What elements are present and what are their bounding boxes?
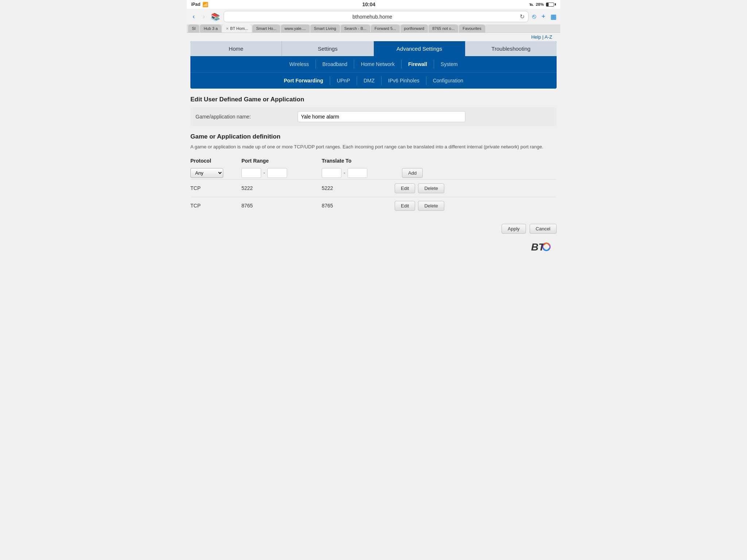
table-row: TCP 8765 8765 Edit Delete [190, 197, 557, 214]
definition-description: A game or application is made up of one … [190, 143, 557, 151]
subsub-nav-dmz[interactable]: DMZ [357, 76, 382, 85]
tab-8765noto[interactable]: 8765 not o... [429, 24, 458, 32]
tab-portforward[interactable]: portforward [400, 24, 428, 32]
top-nav-troubleshooting[interactable]: Troubleshooting [465, 41, 557, 56]
subsub-nav-portforwarding[interactable]: Port Forwarding [277, 76, 330, 85]
bottom-actions: Apply Cancel [190, 220, 557, 234]
sub-nav-broadband[interactable]: Broadband [316, 60, 355, 69]
apply-button[interactable]: Apply [502, 224, 526, 234]
tab-smho[interactable]: Smart Ho... [252, 24, 280, 32]
subsub-nav-upnp[interactable]: UPnP [330, 76, 357, 85]
port-separator-2: - [341, 170, 348, 176]
share-button[interactable]: ⎋ [532, 13, 536, 20]
translate-from-input[interactable] [322, 168, 341, 178]
edit-section-title: Edit User Defined Game or Application [190, 96, 557, 103]
nav-panel: Home Settings Advanced Settings Troubles… [190, 41, 557, 89]
bluetooth-icon: ℡ [529, 2, 534, 7]
tab-si[interactable]: SI [188, 24, 199, 32]
top-nav: Home Settings Advanced Settings Troubles… [190, 41, 557, 56]
row2-actions: Edit Delete [395, 201, 557, 211]
subsub-nav-configuration[interactable]: Configuration [426, 76, 470, 85]
row2-delete-button[interactable]: Delete [418, 201, 444, 211]
browser-chrome: ‹ › 📚 bthomehub.home ↻ ⎋ + ▦ SI Hub 3 a … [187, 9, 560, 33]
subsub-nav-ipv6pinholes[interactable]: IPv6 Pinholes [382, 76, 426, 85]
top-nav-settings[interactable]: Settings [282, 41, 374, 56]
top-nav-advanced[interactable]: Advanced Settings [374, 41, 465, 56]
clock: 10:04 [362, 1, 375, 7]
game-name-label: Game/application name: [196, 114, 298, 120]
top-nav-home[interactable]: Home [190, 41, 282, 56]
port-range-inputs: - [241, 168, 322, 178]
row1-delete-button[interactable]: Delete [418, 183, 444, 193]
sub-nav-firewall[interactable]: Firewall [402, 60, 434, 69]
header-portrange: Port Range [241, 158, 322, 164]
port-separator-1: - [261, 170, 267, 176]
address-bar: bthomehub.home ↻ [224, 11, 529, 22]
tab-wwwyale[interactable]: www.yale.... [281, 24, 310, 32]
svg-text:BT: BT [531, 241, 546, 253]
definition-title: Game or Application definition [190, 133, 557, 140]
add-action: Add [395, 168, 557, 178]
new-tab-button[interactable]: + [541, 13, 545, 20]
status-right: ℡ 28% [529, 2, 556, 7]
game-name-input[interactable] [298, 111, 465, 122]
sub-nav-system[interactable]: System [434, 60, 464, 69]
wifi-icon: 📶 [202, 2, 208, 7]
tab-favourites[interactable]: Favourites [459, 24, 485, 32]
cancel-button[interactable]: Cancel [530, 224, 557, 234]
row2-portrange: 8765 [241, 203, 322, 209]
reload-button[interactable]: ↻ [520, 13, 525, 20]
battery-percent: 28% [536, 2, 544, 7]
back-button[interactable]: ‹ [190, 12, 197, 21]
tabs-overview-button[interactable]: ▦ [550, 13, 557, 21]
tab-close-icon[interactable]: ✕ [226, 27, 229, 31]
add-row: Any TCP UDP TCP/UDP - - A [190, 167, 557, 179]
help-bar: Help | A-Z [190, 33, 557, 41]
port-range-from-input[interactable] [241, 168, 261, 178]
sub-nav: Wireless Broadband Home Network Firewall… [190, 56, 557, 73]
tab-forward5[interactable]: Forward 5... [371, 24, 400, 32]
tab-hub3a[interactable]: Hub 3 a [200, 24, 221, 32]
forward-button[interactable]: › [201, 12, 207, 21]
port-table: Protocol Port Range Translate To Any TCP… [190, 156, 557, 214]
row2-protocol: TCP [190, 203, 241, 209]
row1-actions: Edit Delete [395, 183, 557, 193]
toolbar-icons: ⎋ + ▦ [532, 13, 557, 21]
tab-searchb[interactable]: Search - B... [341, 24, 370, 32]
game-name-row: Game/application name: [190, 108, 557, 126]
row1-translateto: 5222 [322, 185, 395, 191]
main-content: Help | A-Z Home Settings Advanced Settin… [187, 33, 560, 272]
browser-toolbar: ‹ › 📚 bthomehub.home ↻ ⎋ + ▦ [187, 9, 560, 24]
row2-translateto: 8765 [322, 203, 395, 209]
row1-edit-button[interactable]: Edit [395, 183, 415, 193]
definition-section: Game or Application definition A game or… [190, 133, 557, 234]
table-row: TCP 5222 5222 Edit Delete [190, 179, 557, 197]
az-link[interactable]: A-Z [545, 34, 552, 40]
tab-smartliving[interactable]: Smart Living [310, 24, 340, 32]
tab-bthom[interactable]: ✕ BT Hom... [222, 24, 252, 32]
battery-indicator [546, 3, 556, 7]
help-link[interactable]: Help [531, 34, 541, 40]
status-bar: iPad 📶 10:04 ℡ 28% [187, 0, 560, 9]
row2-edit-button[interactable]: Edit [395, 201, 415, 211]
port-table-header: Protocol Port Range Translate To [190, 156, 557, 167]
header-protocol: Protocol [190, 158, 241, 164]
add-button[interactable]: Add [402, 168, 423, 178]
device-label: iPad [191, 2, 200, 7]
row1-protocol: TCP [190, 185, 241, 191]
bt-logo-area: BT [190, 234, 557, 265]
header-actions [395, 158, 557, 164]
sub-nav-wireless[interactable]: Wireless [283, 60, 316, 69]
bookmarks-button[interactable]: 📚 [211, 12, 220, 21]
tabs-bar: SI Hub 3 a ✕ BT Hom... Smart Ho... www.y… [187, 24, 560, 32]
bt-logo: BT [529, 237, 551, 257]
edit-section: Edit User Defined Game or Application Ga… [190, 96, 557, 126]
status-left: iPad 📶 [191, 2, 208, 7]
url-display[interactable]: bthomehub.home [228, 14, 517, 20]
bt-logo-svg: BT [529, 237, 551, 256]
protocol-select[interactable]: Any TCP UDP TCP/UDP [190, 168, 223, 178]
port-range-to-input[interactable] [267, 168, 287, 178]
protocol-select-wrap: Any TCP UDP TCP/UDP [190, 168, 241, 178]
sub-nav-homenetwork[interactable]: Home Network [354, 60, 402, 69]
translate-to-input[interactable] [348, 168, 367, 178]
